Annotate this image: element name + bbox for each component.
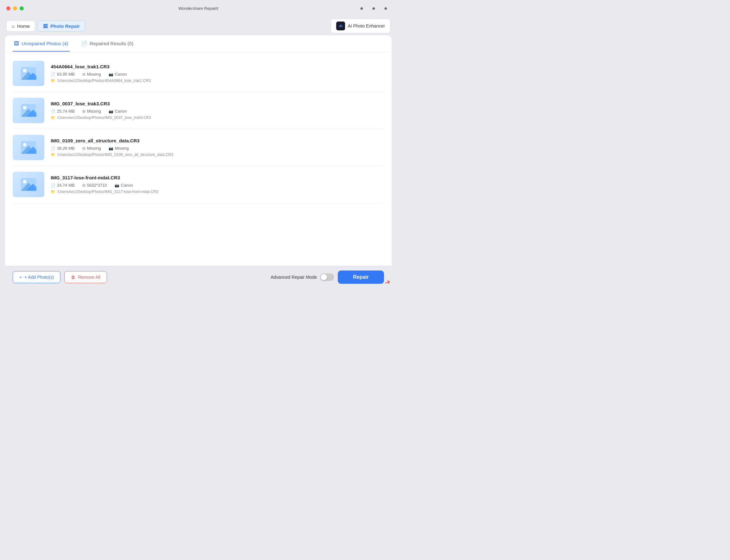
resolution-icon: ⊞ (82, 72, 85, 77)
navbar: ⌂ Home 🖼 Photo Repair AI AI Photo Enhanc… (0, 16, 397, 35)
file-thumbnail (13, 61, 44, 86)
file-info: 454A0664_lose_trak1.CR3 📄 63.95 MB ⊞ Mis… (51, 64, 384, 83)
svg-point-5 (23, 106, 26, 109)
message-icon[interactable]: ● (372, 5, 378, 11)
resolution-icon: ⊞ (82, 183, 85, 188)
file-resolution: ⊞ Missing (82, 146, 101, 151)
repaired-icon: 📄 (81, 40, 87, 47)
bottom-bar: + + Add Photo(s) 🗑 Remove All Advanced R… (5, 266, 392, 288)
photo-repair-button[interactable]: 🖼 Photo Repair (38, 21, 85, 32)
add-icon: + (19, 275, 22, 280)
file-thumbnail (13, 135, 44, 160)
tab-repaired-label: Repaired Results (0) (90, 41, 134, 46)
folder-icon: 📁 (51, 152, 55, 157)
main-content: 🖼 Unrepaired Photos (4) 📄 Repaired Resul… (5, 35, 392, 266)
resolution-icon: ⊞ (82, 109, 85, 114)
file-path: 📁 /Users/ws1/Desktop/Photos/IMG_3117-los… (51, 190, 384, 194)
file-camera: 📷 Canon (109, 72, 127, 77)
file-size: 📄 63.95 MB (51, 72, 75, 77)
file-resolution: ⊞ Missing (82, 109, 101, 114)
file-meta: 📄 24.74 MB ⊞ 5632*3710 📷 Canon (51, 183, 384, 188)
camera-icon: 📷 (109, 146, 113, 151)
user-icon[interactable]: ● (360, 5, 366, 11)
file-size: 📄 25.74 MB (51, 109, 75, 114)
file-meta: 📄 63.95 MB ⊞ Missing 📷 Canon (51, 72, 384, 77)
repair-label: Repair (353, 274, 369, 280)
trash-icon: 🗑 (71, 275, 75, 280)
home-label: Home (17, 23, 30, 29)
tab-unrepaired[interactable]: 🖼 Unrepaired Photos (4) (13, 36, 70, 52)
table-row: IMG_0037_lose_trak3.CR3 📄 25.74 MB ⊞ Mis… (13, 92, 384, 129)
folder-icon: 📁 (51, 190, 55, 194)
tab-repaired[interactable]: 📄 Repaired Results (0) (80, 36, 135, 52)
file-list: 454A0664_lose_trak1.CR3 📄 63.95 MB ⊞ Mis… (5, 53, 392, 266)
file-resolution: ⊞ 5632*3710 (82, 183, 107, 188)
toggle-knob (321, 274, 327, 280)
advanced-mode-label: Advanced Repair Mode (271, 275, 317, 280)
file-camera: 📷 Canon (109, 109, 127, 114)
table-row: IMG_0109_zero_all_structure_data.CR3 📄 3… (13, 129, 384, 166)
ai-enhancer-label: AI Photo Enhancer (347, 23, 385, 28)
app-title: Wondershare Repairit (178, 6, 218, 11)
file-path: 📁 /Users/ws1/Desktop/Photos/IMG_0109_zer… (51, 152, 384, 157)
remove-all-button[interactable]: 🗑 Remove All (64, 271, 107, 283)
table-row: 454A0664_lose_trak1.CR3 📄 63.95 MB ⊞ Mis… (13, 55, 384, 92)
file-info: IMG_0037_lose_trak3.CR3 📄 25.74 MB ⊞ Mis… (51, 101, 384, 120)
file-icon: 📄 (51, 72, 55, 77)
home-button[interactable]: ⌂ Home (6, 21, 35, 32)
file-size: 📄 24.74 MB (51, 183, 75, 188)
help-icon[interactable]: ● (384, 5, 390, 11)
repair-button[interactable]: Repair (338, 271, 384, 284)
repair-arrow-icon: ➜ (384, 277, 392, 287)
resolution-icon: ⊞ (82, 146, 85, 151)
close-dot[interactable] (6, 6, 10, 10)
photo-repair-label: Photo Repair (50, 23, 80, 29)
ai-enhancer-button[interactable]: AI AI Photo Enhancer (331, 19, 390, 33)
ai-badge: AI (336, 22, 345, 30)
folder-icon: 📁 (51, 78, 55, 83)
titlebar-actions: ● ● ● (360, 5, 390, 11)
camera-icon: 📷 (109, 109, 113, 114)
file-name: IMG_0109_zero_all_structure_data.CR3 (51, 138, 384, 143)
photo-repair-icon: 🖼 (43, 23, 48, 29)
file-name: IMG_0037_lose_trak3.CR3 (51, 101, 384, 106)
advanced-mode-toggle[interactable] (320, 273, 334, 281)
titlebar: Wondershare Repairit ● ● ● (0, 0, 397, 16)
unrepaired-icon: 🖼 (14, 41, 19, 47)
svg-point-13 (23, 180, 26, 184)
tab-bar: 🖼 Unrepaired Photos (4) 📄 Repaired Resul… (5, 35, 392, 53)
file-thumbnail (13, 98, 44, 123)
file-thumbnail (13, 172, 44, 197)
folder-icon: 📁 (51, 115, 55, 120)
file-size: 📄 36.26 MB (51, 146, 75, 151)
file-info: IMG_0109_zero_all_structure_data.CR3 📄 3… (51, 138, 384, 157)
add-photos-button[interactable]: + + Add Photo(s) (13, 271, 60, 283)
file-name: 454A0664_lose_trak1.CR3 (51, 64, 384, 69)
file-icon: 📄 (51, 146, 55, 151)
svg-point-9 (23, 143, 26, 146)
file-camera: 📷 Canon (115, 183, 133, 188)
file-icon: 📄 (51, 109, 55, 114)
file-icon: 📄 (51, 183, 55, 188)
file-path: 📁 /Users/ws1/Desktop/Photos/454A0664_los… (51, 78, 384, 83)
table-row: IMG_3117-lose-front-mdat.CR3 📄 24.74 MB … (13, 166, 384, 203)
camera-icon: 📷 (109, 72, 113, 77)
add-label: + Add Photo(s) (24, 275, 54, 280)
window-controls (6, 6, 24, 10)
home-icon: ⌂ (12, 23, 15, 29)
file-info: IMG_3117-lose-front-mdat.CR3 📄 24.74 MB … (51, 175, 384, 194)
camera-icon: 📷 (115, 183, 119, 188)
file-camera: 📷 Missing (109, 146, 129, 151)
svg-point-1 (23, 69, 26, 72)
maximize-dot[interactable] (20, 6, 24, 10)
advanced-repair-mode: Advanced Repair Mode (271, 273, 334, 281)
minimize-dot[interactable] (13, 6, 17, 10)
remove-label: Remove All (78, 275, 100, 280)
file-resolution: ⊞ Missing (82, 72, 101, 77)
file-name: IMG_3117-lose-front-mdat.CR3 (51, 175, 384, 180)
file-meta: 📄 25.74 MB ⊞ Missing 📷 Canon (51, 109, 384, 114)
file-path: 📁 /Users/ws1/Desktop/Photos/IMG_0037_los… (51, 115, 384, 120)
tab-unrepaired-label: Unrepaired Photos (4) (22, 41, 68, 46)
file-meta: 📄 36.26 MB ⊞ Missing 📷 Missing (51, 146, 384, 151)
